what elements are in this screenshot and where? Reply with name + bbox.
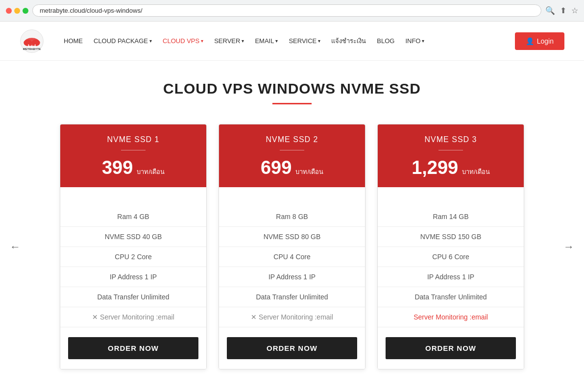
close-window-button[interactable] [6, 8, 12, 14]
order-button-1[interactable]: ORDER NOW [68, 337, 198, 359]
feature-ram-2: Ram 8 GB [219, 207, 365, 227]
browser-chrome: metrabyte.cloud/cloud-vps-windows/ 🔍 ⬆ ☆ [0, 0, 584, 22]
card-header-2: NVME SSD 2 699 บาท/เดือน [219, 124, 365, 187]
chevron-down-icon: ▾ [275, 38, 278, 44]
page-title: CLOUD VPS WINDOWS NVME SSD [29, 80, 555, 97]
card-features-1: Ram 4 GB NVME SSD 40 GB CPU 2 Core IP Ad… [60, 207, 206, 327]
price-unit-1: บาท/เดือน [137, 167, 165, 177]
nav-server[interactable]: SERVER ▾ [214, 37, 244, 45]
price-unit-3: บาท/เดือน [462, 167, 490, 177]
card-divider-1 [121, 150, 146, 150]
chevron-down-icon: ▾ [149, 38, 152, 44]
plan-name-3: NVME SSD 3 [388, 135, 514, 144]
chevron-down-icon: ▾ [422, 38, 424, 44]
card-features-3: Ram 14 GB NVME SSD 150 GB CPU 6 Core IP … [378, 207, 524, 327]
user-icon: 👤 [526, 37, 534, 45]
feature-ssd-3: NVME SSD 150 GB [378, 227, 524, 247]
bookmark-icon[interactable]: ☆ [571, 6, 578, 15]
nav-blog[interactable]: BLOG [377, 37, 394, 45]
card-footer-1: ORDER NOW [60, 327, 206, 369]
feature-monitoring-1: ✕ Server Monitoring :email [60, 307, 206, 327]
feature-ram-1: Ram 4 GB [60, 207, 206, 227]
svg-text:METRABYTE: METRABYTE [23, 48, 41, 50]
nav-cloud-vps[interactable]: CLOUD VPS ▾ [163, 37, 203, 45]
page-content: CLOUD VPS WINDOWS NVME SSD ← NVME SSD 1 … [0, 61, 584, 392]
browser-toolbar-icons: 🔍 ⬆ ☆ [545, 6, 578, 15]
plan-name-1: NVME SSD 1 [70, 135, 196, 144]
cards-container: ← NVME SSD 1 399 บาท/เดือน Cloud Windows… [29, 124, 555, 369]
feature-ip-1: IP Address 1 IP [60, 267, 206, 287]
card-features-2: Ram 8 GB NVME SSD 80 GB CPU 4 Core IP Ad… [219, 207, 365, 327]
feature-ssd-2: NVME SSD 80 GB [219, 227, 365, 247]
nav-service[interactable]: SERVICE ▾ [289, 37, 320, 45]
price-1: 399 [102, 157, 133, 178]
card-footer-3: ORDER NOW [378, 327, 524, 369]
card-footer-2: ORDER NOW [219, 327, 365, 369]
svg-point-2 [24, 39, 32, 46]
prev-arrow[interactable]: ← [10, 241, 21, 253]
address-bar[interactable]: metrabyte.cloud/cloud-vps-windows/ [32, 4, 541, 17]
feature-monitoring-2: ✕ Server Monitoring :email [219, 307, 365, 327]
price-row-1: 399 บาท/เดือน [70, 157, 196, 178]
card-label-2: Cloud Windows VPS NVME SSD 2 [219, 187, 365, 207]
feature-ip-2: IP Address 1 IP [219, 267, 365, 287]
feature-cpu-2: CPU 4 Core [219, 247, 365, 267]
feature-ssd-1: NVME SSD 40 GB [60, 227, 206, 247]
feature-ip-3: IP Address 1 IP [378, 267, 524, 287]
next-arrow[interactable]: → [563, 241, 574, 253]
price-row-2: 699 บาท/เดือน [229, 157, 355, 178]
nav-links: HOME CLOUD PACKAGE ▾ CLOUD VPS ▾ SERVER … [64, 36, 515, 46]
chevron-down-icon: ▾ [242, 38, 244, 44]
pricing-card-3: NVME SSD 3 1,299 บาท/เดือน Cloud Windows… [377, 124, 524, 369]
card-label-3: Cloud Windows VPS NVME SSD 3 [378, 187, 524, 207]
logo-icon: METRABYTE [20, 29, 44, 53]
chevron-down-icon: ▾ [318, 38, 320, 44]
feature-transfer-3: Data Transfer Unlimited [378, 287, 524, 307]
nav-email[interactable]: EMAIL ▾ [255, 37, 278, 45]
logo-area[interactable]: METRABYTE [20, 29, 44, 53]
price-3: 1,299 [412, 157, 458, 178]
feature-cpu-1: CPU 2 Core [60, 247, 206, 267]
card-divider-2 [280, 150, 304, 150]
card-header-1: NVME SSD 1 399 บาท/เดือน [60, 124, 206, 187]
card-header-3: NVME SSD 3 1,299 บาท/เดือน [378, 124, 524, 187]
card-divider-3 [438, 150, 463, 150]
nav-info[interactable]: INFO ▾ [405, 37, 424, 45]
nav-cloud-package[interactable]: CLOUD PACKAGE ▾ [94, 37, 152, 45]
order-button-3[interactable]: ORDER NOW [386, 337, 516, 359]
price-2: 699 [261, 157, 292, 178]
url-text: metrabyte.cloud/cloud-vps-windows/ [40, 7, 143, 14]
page-title-section: CLOUD VPS WINDOWS NVME SSD [29, 80, 555, 104]
pricing-card-1: NVME SSD 1 399 บาท/เดือน Cloud Windows V… [60, 124, 207, 369]
nav-payment[interactable]: แจ้งชำระเงิน [331, 36, 366, 46]
price-unit-2: บาท/เดือน [295, 167, 323, 177]
svg-point-3 [32, 39, 40, 46]
login-button[interactable]: 👤 Login [515, 32, 564, 50]
feature-ram-3: Ram 14 GB [378, 207, 524, 227]
feature-transfer-2: Data Transfer Unlimited [219, 287, 365, 307]
minimize-window-button[interactable] [14, 8, 20, 14]
pricing-card-2: NVME SSD 2 699 บาท/เดือน Cloud Windows V… [219, 124, 365, 369]
browser-window-controls [6, 8, 28, 14]
share-icon[interactable]: ⬆ [560, 6, 566, 15]
order-button-2[interactable]: ORDER NOW [227, 337, 357, 359]
nav-home[interactable]: HOME [64, 37, 83, 45]
feature-cpu-3: CPU 6 Core [378, 247, 524, 267]
plan-name-2: NVME SSD 2 [229, 135, 355, 144]
price-row-3: 1,299 บาท/เดือน [388, 157, 514, 178]
search-icon[interactable]: 🔍 [545, 6, 555, 15]
feature-monitoring-3: Server Monitoring :email [378, 307, 524, 327]
feature-transfer-1: Data Transfer Unlimited [60, 287, 206, 307]
navbar: METRABYTE HOME CLOUD PACKAGE ▾ CLOUD VPS… [0, 22, 584, 61]
title-underline [272, 103, 312, 104]
maximize-window-button[interactable] [23, 8, 28, 14]
card-label-1: Cloud Windows VPS NVME SSD 1 [60, 187, 206, 207]
chevron-down-icon: ▾ [201, 38, 203, 44]
